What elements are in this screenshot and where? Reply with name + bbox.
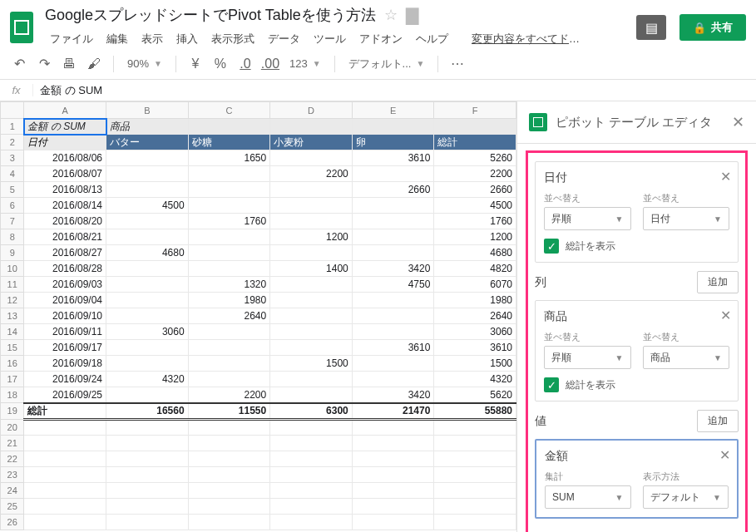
cell[interactable]: 2016/08/13	[24, 182, 106, 198]
cell[interactable]	[434, 119, 516, 135]
cell[interactable]: 2640	[188, 308, 270, 324]
row-header[interactable]: 24	[1, 482, 24, 498]
row-header[interactable]: 5	[1, 182, 24, 198]
cell[interactable]	[352, 466, 434, 482]
cell[interactable]	[352, 451, 434, 466]
cell[interactable]: 3060	[434, 324, 516, 340]
cell[interactable]	[352, 198, 434, 214]
cell[interactable]: 5620	[434, 387, 516, 403]
cell[interactable]: 1760	[434, 214, 516, 229]
share-button[interactable]: 🔒 共有	[679, 14, 746, 41]
cell[interactable]: 1200	[270, 229, 353, 245]
cell[interactable]	[24, 451, 106, 466]
zoom-select[interactable]: 90%▼	[122, 57, 167, 70]
row-header[interactable]: 21	[1, 435, 24, 451]
cell[interactable]: 4320	[434, 372, 516, 387]
cell[interactable]	[270, 119, 353, 135]
cell[interactable]	[188, 466, 270, 482]
cell[interactable]: 2016/08/27	[24, 245, 106, 261]
cell[interactable]	[106, 498, 189, 514]
cell[interactable]	[270, 514, 353, 530]
menu-data[interactable]: データ	[263, 28, 305, 50]
cell[interactable]: 6300	[270, 403, 353, 420]
cell[interactable]	[352, 324, 434, 340]
cell[interactable]: 2016/08/06	[24, 150, 106, 166]
cell[interactable]: 4680	[434, 245, 516, 261]
menu-file[interactable]: ファイル	[45, 28, 98, 50]
row-header[interactable]: 14	[1, 324, 24, 340]
cell[interactable]: 1980	[188, 293, 270, 308]
cell[interactable]	[188, 514, 270, 530]
cell[interactable]: 2200	[270, 166, 353, 182]
cell[interactable]	[106, 482, 189, 498]
row-header[interactable]: 4	[1, 166, 24, 182]
folder-icon[interactable]: ▇	[406, 5, 418, 25]
cell[interactable]: 3420	[352, 387, 434, 403]
col-show-totals-checkbox[interactable]: ✓	[544, 377, 559, 392]
cell[interactable]: 3060	[106, 324, 189, 340]
cell[interactable]: 2660	[434, 182, 516, 198]
row-header[interactable]: 17	[1, 372, 24, 387]
paint-format-icon[interactable]: 🖌	[83, 53, 105, 75]
cell[interactable]	[352, 214, 434, 229]
val-agg-select[interactable]: SUM▼	[545, 485, 631, 509]
cell[interactable]	[106, 435, 189, 451]
cell[interactable]: 55880	[434, 403, 516, 420]
cell[interactable]: 卵	[352, 135, 434, 150]
cell[interactable]	[270, 150, 353, 166]
cell[interactable]: 1320	[188, 277, 270, 293]
cell[interactable]: 2016/08/07	[24, 166, 106, 182]
cell[interactable]	[270, 198, 353, 214]
row-header[interactable]: 18	[1, 387, 24, 403]
cell[interactable]	[106, 451, 189, 466]
row-header[interactable]: 22	[1, 451, 24, 466]
cell[interactable]	[24, 466, 106, 482]
cell[interactable]	[270, 419, 353, 435]
undo-icon[interactable]: ↶	[8, 53, 30, 75]
cell[interactable]: 1760	[188, 214, 270, 229]
cell[interactable]	[106, 356, 189, 372]
cell[interactable]	[106, 308, 189, 324]
cell[interactable]	[352, 514, 434, 530]
cell[interactable]: 3610	[352, 150, 434, 166]
cell[interactable]: 1500	[434, 356, 516, 372]
cell[interactable]: 2200	[188, 387, 270, 403]
cell[interactable]	[352, 293, 434, 308]
cell[interactable]	[352, 372, 434, 387]
cell[interactable]	[270, 372, 353, 387]
column-add-button[interactable]: 追加	[697, 271, 739, 293]
cell[interactable]	[270, 324, 353, 340]
row-header[interactable]: 13	[1, 308, 24, 324]
cell[interactable]	[188, 198, 270, 214]
spreadsheet-grid[interactable]: ABCDEF1 金額 の SUM 商品 2 日付バター砂糖小麦粉卵総計3 201…	[0, 101, 516, 532]
cell[interactable]	[188, 324, 270, 340]
value-add-button[interactable]: 追加	[697, 410, 739, 432]
comments-button[interactable]: ▤	[636, 15, 666, 40]
cell[interactable]: 4500	[106, 198, 189, 214]
row-header[interactable]: 7	[1, 214, 24, 229]
cell[interactable]	[188, 166, 270, 182]
cell[interactable]	[434, 466, 516, 482]
cell[interactable]	[188, 119, 270, 135]
star-icon[interactable]: ☆	[384, 6, 398, 24]
cell[interactable]: 2016/09/17	[24, 340, 106, 356]
cell[interactable]: 11550	[188, 403, 270, 420]
row-header[interactable]: 1	[1, 119, 24, 135]
row-header[interactable]: 2	[1, 135, 24, 150]
cell[interactable]: 1200	[434, 229, 516, 245]
cell[interactable]: 2016/09/24	[24, 372, 106, 387]
cell[interactable]	[106, 293, 189, 308]
cell[interactable]	[270, 466, 353, 482]
column-header[interactable]: D	[270, 102, 353, 119]
row-sortby-select[interactable]: 日付▼	[643, 207, 730, 230]
cell[interactable]: 3610	[352, 340, 434, 356]
cell[interactable]: 21470	[352, 403, 434, 420]
font-select[interactable]: デフォルト...▼	[343, 57, 430, 71]
cell[interactable]	[188, 482, 270, 498]
percent-format-button[interactable]: %	[210, 53, 231, 75]
cell[interactable]	[188, 356, 270, 372]
row-header[interactable]: 16	[1, 356, 24, 372]
cell[interactable]: 2016/09/03	[24, 277, 106, 293]
cell[interactable]: 2016/08/14	[24, 198, 106, 214]
menu-view[interactable]: 表示	[136, 28, 168, 50]
